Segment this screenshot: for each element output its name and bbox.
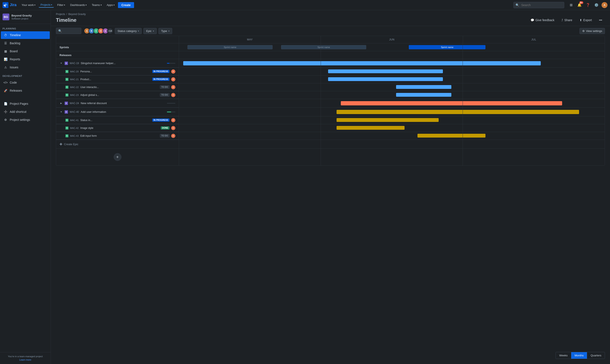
vline-e24-1	[321, 99, 321, 107]
app-logo[interactable]: Jira	[2, 2, 16, 8]
nav-apps[interactable]: Apps ▾	[105, 2, 117, 7]
planning-section-label: PLANNING	[0, 24, 51, 31]
story-mac42-icon: S	[66, 127, 68, 130]
story-mac21-status: IN PROGRESS	[152, 78, 169, 81]
code-icon: </>	[3, 80, 8, 85]
create-epic-chart-area	[179, 140, 605, 148]
status-category-filter[interactable]: Status category	[115, 28, 142, 34]
epic-mac19-icon: E	[65, 62, 68, 65]
sprints-label-cell: Sprints	[56, 43, 179, 51]
vline-s21-2	[462, 76, 463, 83]
month-jun: JUN	[321, 36, 462, 43]
nav-projects[interactable]: Projects ▾	[39, 2, 54, 8]
releases-label-cell: Releases	[56, 51, 179, 59]
timescale-weeks-button[interactable]: Weeks	[556, 352, 571, 359]
sidebar-item-board[interactable]: ▦ Board	[1, 47, 50, 55]
project-header[interactable]: BG Beyond Gravity Software project	[0, 10, 51, 24]
sidebar-item-add-shortcut[interactable]: ➕ Add shortcut	[1, 108, 50, 116]
timescale-controls: Weeks Months Quarters	[556, 352, 605, 359]
search-input[interactable]	[514, 2, 564, 8]
settings-button[interactable]: ⚙️	[593, 2, 600, 9]
epic-mac19-label[interactable]: ▼ E MAC-19 Slingshot maneuver helper...	[56, 59, 179, 67]
story-mac22-id: MAC-22	[70, 86, 79, 89]
story-mac22-chart	[179, 83, 605, 91]
nav-filter[interactable]: Filter ▾	[55, 2, 67, 7]
toolbar-search[interactable]: 🔍	[56, 28, 81, 34]
page-title-row: Timeline 💬 Give feedback ⤴ Share ⬆ Expor…	[56, 17, 605, 23]
story-mac22-label[interactable]: S MAC-22 User interactio... TO DO A	[56, 83, 179, 91]
breadcrumb-projects[interactable]: Projects	[56, 13, 65, 16]
grid-icon-btn[interactable]: ⊞	[568, 2, 574, 9]
story-mac21-row: S MAC-21 Product... IN PROGRESS A	[56, 76, 605, 83]
epic-mac24-expand[interactable]: ▶	[59, 102, 63, 105]
sidebar-item-code[interactable]: </> Code	[1, 79, 50, 86]
releases-label: Releases	[59, 53, 71, 57]
create-epic-plus: ✚	[59, 142, 62, 146]
feedback-button[interactable]: 💬 Give feedback	[528, 17, 557, 23]
story-mac21-avatar: A	[171, 77, 175, 81]
user-avatar[interactable]: A	[601, 2, 608, 8]
story-mac42-label[interactable]: S MAC-42 Image style DONE A	[56, 124, 179, 132]
more-button[interactable]: •••	[596, 17, 605, 23]
epic-mac40-expand[interactable]: ▼	[59, 110, 63, 114]
help-button[interactable]: ❓	[584, 2, 591, 9]
sidebar-item-releases[interactable]: 🚀 Releases	[1, 87, 50, 94]
add-button[interactable]: +	[114, 153, 121, 161]
search-icon: 🔍	[515, 3, 519, 7]
story-mac43-label[interactable]: S MAC-43 Edit input form TO DO A	[56, 132, 179, 140]
epic-mac24-chart	[179, 99, 605, 107]
sidebar-item-backlog[interactable]: ☰ Backlog	[1, 39, 50, 47]
export-button[interactable]: ⬆ Export	[577, 17, 595, 23]
story-mac21-label[interactable]: S MAC-21 Product... IN PROGRESS A	[56, 76, 179, 83]
feedback-icon: 💬	[530, 18, 534, 22]
story-mac20-id: MAC-20	[70, 70, 79, 73]
story-mac42-id: MAC-42	[70, 127, 79, 129]
sprints-row: Sprints Sprint name Sprint name Sprint n…	[56, 43, 605, 51]
sidebar-item-issues[interactable]: ⚠ Issues	[1, 64, 50, 71]
share-button[interactable]: ⤴ Share	[559, 17, 575, 23]
create-button[interactable]: Create	[118, 2, 134, 8]
releases-icon: 🚀	[3, 89, 8, 93]
story-mac42-status: DONE	[161, 126, 169, 130]
releases-chart-cell	[179, 51, 605, 59]
sidebar-item-project-pages[interactable]: 📄 Project Pages	[1, 100, 50, 107]
type-chevron	[168, 30, 169, 32]
nav-teams[interactable]: Teams ▾	[90, 2, 103, 7]
sidebar: BG Beyond Gravity Software project PLANN…	[0, 10, 51, 364]
nav-icon-group: ⊞ 🔔 9+ ❓ ⚙️ A	[568, 2, 608, 9]
breadcrumb-project[interactable]: Beyond Gravity	[68, 13, 86, 16]
toolbar-search-input[interactable]	[63, 29, 80, 32]
learn-more-link[interactable]: Learn more	[19, 359, 31, 361]
epic-filter[interactable]: Epic	[143, 28, 157, 34]
page-title: Timeline	[56, 17, 76, 23]
nav-your-work[interactable]: Your work ▾	[20, 2, 37, 7]
sidebar-item-timeline-active[interactable]: ⏱ Timeline	[1, 31, 50, 39]
logo-text: Jira	[10, 3, 16, 7]
sidebar-item-reports[interactable]: 📊 Reports	[1, 55, 50, 63]
avatar-extra-count[interactable]: +14	[107, 28, 113, 34]
epic-mac24-bar	[341, 101, 562, 105]
story-mac43-id: MAC-43	[70, 135, 79, 137]
share-icon: ⤴	[561, 18, 563, 22]
months-row: MAY JUN JUL	[179, 36, 605, 43]
story-mac20-label[interactable]: S MAC-20 Persona... IN PROGRESS A	[56, 68, 179, 75]
story-mac23-chart	[179, 91, 605, 99]
type-filter[interactable]: Type	[158, 28, 172, 34]
story-mac20-row: S MAC-20 Persona... IN PROGRESS A	[56, 68, 605, 76]
epic-mac19-progress-bg	[167, 63, 175, 64]
story-mac41-label[interactable]: S MAC-41 Status in... IN PROGRESS A	[56, 117, 179, 124]
create-epic-button[interactable]: ✚ Create Epic	[56, 140, 179, 148]
view-settings-button[interactable]: ⚙ View settings	[580, 28, 605, 34]
timescale-quarters-button[interactable]: Quarters	[587, 352, 605, 359]
nav-dashboards[interactable]: Dashboards ▾	[68, 2, 88, 7]
story-mac23-label[interactable]: S MAC-23 Adjust global s... TO DO A	[56, 91, 179, 99]
timescale-months-button[interactable]: Months	[571, 352, 587, 359]
epic-mac40-label[interactable]: ▼ E MAC-40 Add user information	[56, 108, 179, 116]
notifications-button[interactable]: 🔔 9+	[576, 2, 583, 9]
epic-mac24-label[interactable]: ▶ E MAC-24 New referral discount	[56, 99, 179, 107]
sidebar-item-project-settings[interactable]: ⚙ Project settings	[1, 116, 50, 124]
header-actions: 💬 Give feedback ⤴ Share ⬆ Export •••	[528, 17, 605, 23]
releases-row: Releases	[56, 51, 605, 59]
story-mac43-icon: S	[66, 134, 68, 137]
epic-mac19-expand[interactable]: ▼	[59, 62, 63, 65]
